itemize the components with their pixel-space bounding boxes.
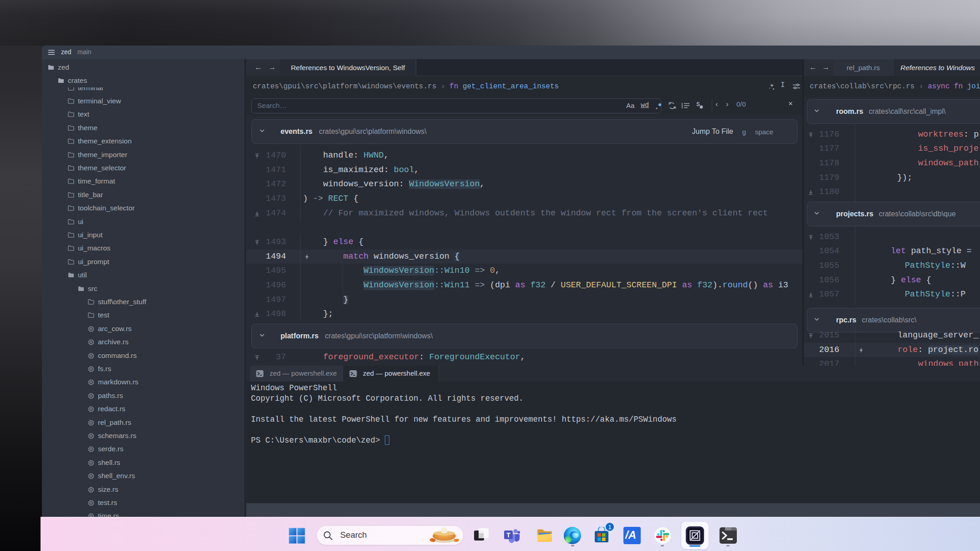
svg-text:R: R	[90, 394, 92, 398]
svg-text:R: R	[90, 367, 92, 371]
svg-text:R: R	[90, 407, 92, 411]
svg-text:R: R	[669, 102, 671, 105]
svg-text:T: T	[506, 531, 510, 539]
svg-text:R: R	[90, 340, 92, 344]
svg-text:R: R	[90, 381, 92, 385]
svg-text:R: R	[674, 106, 676, 110]
svg-text:R: R	[90, 354, 92, 358]
svg-text:R: R	[90, 461, 92, 465]
svg-text:R: R	[90, 421, 92, 425]
svg-text:R: R	[90, 474, 92, 478]
svg-text:R: R	[90, 448, 92, 452]
svg-text:S: S	[696, 101, 700, 107]
svg-text:R: R	[90, 327, 92, 331]
svg-text:R: R	[90, 501, 92, 505]
svg-text:R: R	[90, 488, 92, 492]
svg-text:R: R	[90, 434, 92, 438]
